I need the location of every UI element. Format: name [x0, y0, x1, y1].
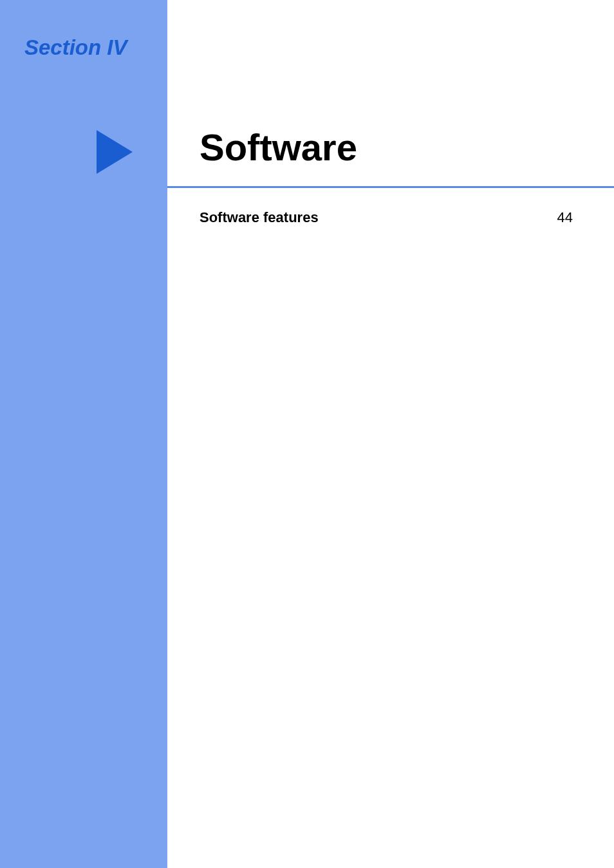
title-underline — [167, 186, 614, 188]
page-title: Software — [200, 126, 357, 169]
sidebar-panel — [0, 0, 167, 868]
section-label: Section IV — [24, 35, 127, 60]
triangle-right-icon — [97, 130, 133, 174]
toc-item-page: 44 — [557, 209, 573, 226]
toc-item-label: Software features — [200, 209, 319, 226]
toc-row: Software features 44 — [200, 209, 573, 226]
